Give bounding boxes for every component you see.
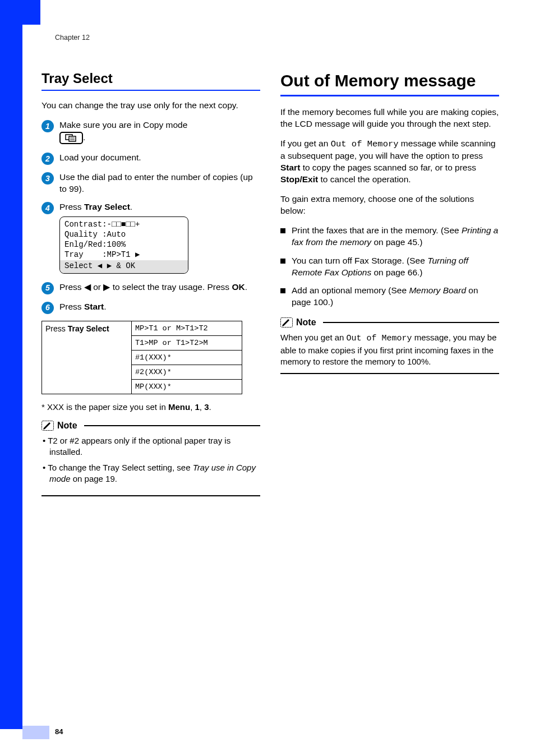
note-label: Note <box>57 421 77 431</box>
note-rule <box>84 425 260 426</box>
table-cell: MP>T1 or M>T1>T2 <box>132 321 242 335</box>
step-6-a: Press <box>59 302 84 311</box>
oom-paragraph-2: If you get an Out of Memory message whil… <box>280 138 499 186</box>
a2-a: You can turn off Fax Storage. (See <box>292 256 427 265</box>
step-6-b: Start <box>84 302 104 311</box>
step-4-b: Tray Select <box>84 202 130 211</box>
step-1: 1 Make sure you are in Copy mode <box>41 119 260 145</box>
footnote-a: * XXX is the paper size you set in <box>41 402 168 412</box>
chapter-label: Chapter 12 <box>55 34 501 42</box>
step-1-line: Make sure you are in Copy mode <box>59 120 187 130</box>
a2-c: on page 66.) <box>371 268 422 277</box>
lcd-line-3: Enlg/Red:100% <box>64 240 126 249</box>
table-cell: #1(XXX)* <box>132 350 242 365</box>
tray-select-heading: Tray Select <box>41 71 260 86</box>
lcd-line-5: Select ◀ ▶ & OK <box>60 260 188 273</box>
table-cell: #2(XXX)* <box>132 365 242 379</box>
a3-b: Memory Board <box>409 285 466 295</box>
copy-doc-icon <box>64 134 78 142</box>
rn-a: When you get an <box>280 333 347 342</box>
heading-rule <box>41 90 260 91</box>
step-4-c: . <box>130 202 132 211</box>
note-bottom-rule <box>41 495 260 496</box>
p2-d: Start <box>280 163 300 172</box>
tray-options-table: Press Tray Select MP>T1 or M>T1>T2 T1>MP… <box>41 321 242 394</box>
footnote-b: Menu <box>168 402 190 412</box>
oom-paragraph-1: If the memory becomes full while you are… <box>280 107 499 130</box>
table-row: Press Tray Select MP>T1 or M>T1>T2 <box>42 321 242 335</box>
note-item-2a: To change the Tray Select setting, see <box>48 463 193 472</box>
step-3-text: Use the dial pad to enter the number of … <box>59 172 260 195</box>
step-6: 6 Press Start. <box>41 301 260 314</box>
step-number-5: 5 <box>41 282 54 294</box>
step-1-period: . <box>83 132 85 142</box>
right-note: Note When you get an Out of Memory messa… <box>280 317 499 374</box>
step-4-text: Press Tray Select. Contrast:-□□■□□+ Qual… <box>59 201 260 274</box>
step-3: 3 Use the dial pad to enter the number o… <box>41 172 260 195</box>
table-header: Press Tray Select <box>42 321 132 394</box>
table-cell: T1>MP or T1>T2>M <box>132 335 242 350</box>
lcd-display: Contrast:-□□■□□+ Quality :Auto Enlg/Red:… <box>59 216 188 274</box>
note-label: Note <box>296 317 316 328</box>
footnote-g: . <box>209 402 211 412</box>
columns: Tray Select You can change the tray use … <box>41 71 501 496</box>
rn-b: Out of Memory <box>347 334 412 343</box>
copy-mode-icon <box>59 132 83 144</box>
p2-b: Out of Memory <box>331 139 399 149</box>
pencil-note-icon <box>280 317 293 328</box>
steps-list: 1 Make sure you are in Copy mode <box>41 119 260 314</box>
page-number: 84 <box>55 727 63 736</box>
step-4-a: Press <box>59 202 84 211</box>
note-body: When you get an Out of Memory message, y… <box>280 330 499 370</box>
big-heading-rule <box>280 95 499 96</box>
actions-list: Print the faxes that are in the memory. … <box>280 225 499 309</box>
p2-a: If you get an <box>280 139 331 148</box>
step-5-b: OK <box>232 282 245 292</box>
page-number-tab <box>22 726 49 739</box>
footnote-e: , <box>200 402 204 412</box>
step-2-text: Load your document. <box>59 152 260 163</box>
step-number-1: 1 <box>41 120 54 132</box>
p2-f: Stop/Exit <box>280 174 318 184</box>
left-margin-bar <box>0 0 22 729</box>
right-column: Out of Memory message If the memory beco… <box>280 71 499 496</box>
action-item-3: Add an optional memory (See Memory Board… <box>280 285 499 308</box>
note-head: Note <box>280 317 499 328</box>
table-header-a: Press <box>45 324 68 333</box>
footnote-f: 3 <box>204 402 209 412</box>
lcd-line-1: Contrast:-□□■□□+ <box>64 220 140 229</box>
step-1-text: Make sure you are in Copy mode . <box>59 119 260 145</box>
lcd-line-2: Quality :Auto <box>64 230 126 239</box>
out-of-memory-heading: Out of Memory message <box>280 71 499 90</box>
step-4: 4 Press Tray Select. Contrast:-□□■□□+ Qu… <box>41 201 260 274</box>
left-note: Note T2 or #2 appears only if the option… <box>41 421 260 496</box>
content-area: Chapter 12 Tray Select You can change th… <box>41 34 501 496</box>
p2-e: to copy the pages scanned so far, or to … <box>300 163 476 172</box>
svg-rect-1 <box>69 136 76 141</box>
step-5: 5 Press ◀ or ▶ to select the tray usage.… <box>41 282 260 294</box>
page: Chapter 12 Tray Select You can change th… <box>0 0 535 756</box>
a3-a: Add an optional memory (See <box>292 285 409 295</box>
action-item-1: Print the faxes that are in the memory. … <box>280 225 499 248</box>
action-item-2: You can turn off Fax Storage. (See Turni… <box>280 255 499 279</box>
table-cell: MP(XXX)* <box>132 379 242 394</box>
oom-paragraph-3: To gain extra memory, choose one of the … <box>280 193 499 217</box>
p2-g: to cancel the operation. <box>318 174 411 184</box>
step-number-6: 6 <box>41 302 54 314</box>
lcd-line-4: Tray :MP>T1 ▶ <box>64 250 140 259</box>
a1-a: Print the faxes that are in the memory. … <box>292 225 462 235</box>
left-column: Tray Select You can change the tray use … <box>41 71 260 496</box>
note-body: T2 or #2 appears only if the optional pa… <box>41 433 260 492</box>
step-2: 2 Load your document. <box>41 152 260 165</box>
note-item-2c: on page 19. <box>71 474 117 483</box>
a1-c: on page 45.) <box>371 237 422 247</box>
step-5-text: Press ◀ or ▶ to select the tray usage. P… <box>59 282 260 293</box>
step-5-a: Press ◀ or ▶ to select the tray usage. P… <box>59 282 232 292</box>
step-number-3: 3 <box>41 172 54 185</box>
note-head: Note <box>41 421 260 431</box>
note-bottom-rule <box>280 373 499 374</box>
pencil-note-icon <box>41 421 54 431</box>
note-rule <box>323 322 499 323</box>
step-number-4: 4 <box>41 202 54 214</box>
top-left-strip <box>0 0 40 25</box>
